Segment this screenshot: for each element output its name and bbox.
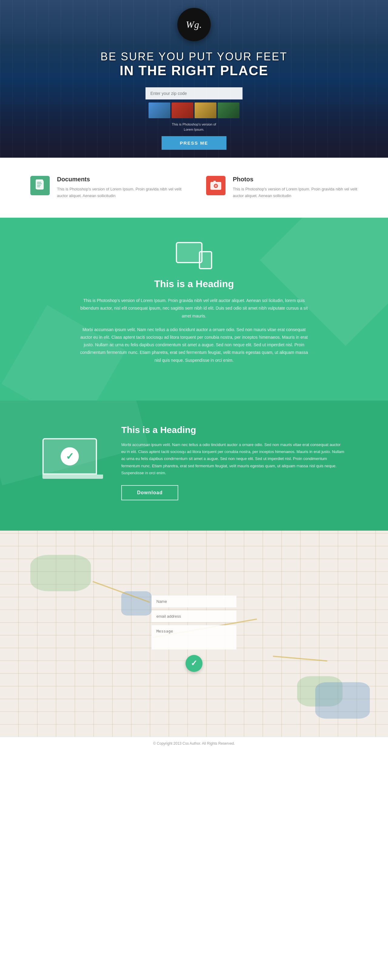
hero-headline: BE SURE YOU PUT YOUR FEET IN THE RIGHT P… bbox=[100, 50, 287, 78]
hero-line1: BE SURE YOU PUT YOUR FEET bbox=[100, 50, 287, 63]
zip-code-input[interactable] bbox=[145, 88, 243, 99]
photos-description: This is Photoshop's version of Lorem Ips… bbox=[233, 186, 358, 199]
photos-icon bbox=[206, 176, 226, 195]
thumbnail-2 bbox=[172, 102, 193, 118]
green-section-1-para1: This is Photoshop's version of Lorem Ips… bbox=[79, 297, 309, 320]
photos-content: Photos This is Photoshop's version of Lo… bbox=[233, 176, 358, 199]
contact-name-input[interactable] bbox=[151, 595, 237, 607]
green-section-2-content: This is a Heading Morbi accumsan ipsum v… bbox=[121, 425, 345, 500]
logo-text: Wg. bbox=[186, 19, 202, 30]
contact-email-input[interactable] bbox=[151, 610, 237, 622]
laptop-screen: ✓ bbox=[43, 438, 97, 474]
devices-icon bbox=[176, 242, 212, 269]
hero-section: Wg. BE SURE YOU PUT YOUR FEET IN THE RIG… bbox=[0, 0, 388, 158]
features-section: Documents This is Photoshop's version of… bbox=[0, 158, 388, 218]
green-section-devices: This is a Heading This is Photoshop's ve… bbox=[0, 218, 388, 401]
green-section-2-heading: This is a Heading bbox=[121, 425, 345, 435]
green-section-1-heading: This is a Heading bbox=[43, 278, 345, 290]
documents-content: Documents This is Photoshop's version of… bbox=[57, 176, 182, 199]
documents-title: Documents bbox=[57, 176, 182, 183]
phone-shape bbox=[199, 251, 212, 269]
documents-description: This is Photoshop's version of Lorem Ips… bbox=[57, 186, 182, 199]
hero-caption: This is Photoshop's version of Lorem Ips… bbox=[172, 122, 216, 132]
feature-documents: Documents This is Photoshop's version of… bbox=[30, 176, 182, 199]
hero-search-area: This is Photoshop's version of Lorem Ips… bbox=[145, 88, 243, 150]
green-section-2-paragraph: Morbi accumsan ipsum velit. Nam nec tell… bbox=[121, 441, 345, 477]
logo: Wg. bbox=[177, 8, 211, 41]
footer-copyright: © Copyright 2013 Css Author. All Rights … bbox=[153, 741, 235, 746]
thumbnail-3 bbox=[195, 102, 216, 118]
footer: © Copyright 2013 Css Author. All Rights … bbox=[0, 737, 388, 750]
press-me-button[interactable]: PRESS ME bbox=[162, 136, 226, 150]
laptop-icon: ✓ bbox=[43, 438, 103, 487]
map-green-area-1 bbox=[30, 555, 91, 591]
map-section: ✓ bbox=[0, 531, 388, 737]
map-water-1 bbox=[315, 682, 370, 719]
green-section-download: ✓ This is a Heading Morbi accumsan ipsum… bbox=[0, 401, 388, 531]
laptop-base bbox=[43, 474, 103, 479]
hero-line2: IN THE RIGHT PLACE bbox=[100, 63, 287, 78]
submit-button[interactable]: ✓ bbox=[186, 655, 202, 672]
svg-rect-10 bbox=[213, 181, 216, 183]
contact-message-input[interactable] bbox=[151, 625, 237, 649]
documents-icon bbox=[30, 176, 50, 195]
thumbnail-1 bbox=[148, 102, 170, 118]
feature-photos: Photos This is Photoshop's version of Lo… bbox=[206, 176, 358, 199]
download-button[interactable]: Download bbox=[121, 485, 178, 500]
green-section-1-para2: Morbi accumsan ipsum velit. Nam nec tell… bbox=[79, 326, 309, 364]
svg-rect-6 bbox=[37, 181, 43, 189]
svg-point-9 bbox=[215, 185, 217, 187]
photos-title: Photos bbox=[233, 176, 358, 183]
thumbnail-4 bbox=[218, 102, 240, 118]
contact-form: ✓ bbox=[151, 595, 237, 672]
tablet-shape bbox=[176, 242, 202, 263]
laptop-checkmark: ✓ bbox=[60, 447, 79, 465]
hero-thumbnails bbox=[148, 102, 240, 118]
map-water-2 bbox=[121, 591, 151, 616]
